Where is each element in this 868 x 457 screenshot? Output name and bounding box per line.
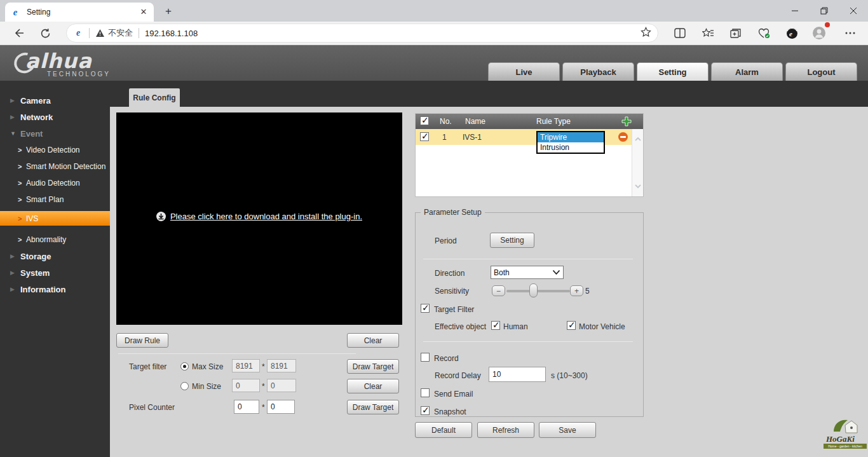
profile-avatar[interactable] xyxy=(810,24,829,43)
pixel-width-input[interactable] xyxy=(234,400,259,414)
motor-vehicle-checkbox[interactable] xyxy=(567,321,576,330)
collapsed-arrow-icon: ▶ xyxy=(10,253,20,259)
sidebar-item-information[interactable]: ▶ Information xyxy=(0,281,110,297)
sidebar-item-camera[interactable]: ▶ Camera xyxy=(0,92,110,109)
minimize-icon[interactable] xyxy=(780,0,810,22)
direction-select[interactable]: Both xyxy=(491,266,564,279)
favorite-star-icon[interactable] xyxy=(641,27,651,39)
chevron-right-icon: > xyxy=(18,146,26,154)
refresh-icon[interactable] xyxy=(36,24,55,43)
sidebar-item-network[interactable]: ▶ Network xyxy=(0,109,110,125)
select-all-checkbox[interactable] xyxy=(420,116,429,125)
browser-tabstrip: e Setting ✕ + xyxy=(0,0,868,22)
dropdown-option-intrusion[interactable]: Intrusion xyxy=(538,142,604,153)
min-height-input[interactable] xyxy=(267,379,296,392)
sidebar-item-ivs[interactable]: > IVS xyxy=(0,211,110,226)
target-filter-checkbox[interactable] xyxy=(421,304,430,313)
record-checkbox[interactable] xyxy=(421,353,430,362)
multiply-separator: * xyxy=(262,362,265,371)
sidebar-item-audio-detection[interactable]: > Audio Detection xyxy=(0,175,110,191)
max-size-radio[interactable] xyxy=(180,362,189,371)
multiply-separator: * xyxy=(262,403,265,412)
browser-essentials-icon[interactable] xyxy=(754,24,773,43)
restore-icon[interactable] xyxy=(810,0,839,22)
snapshot-label: Snapshot xyxy=(434,407,466,416)
max-height-input[interactable] xyxy=(267,359,296,372)
not-secure-label: 不安全 xyxy=(108,27,133,39)
clear-rule-button[interactable]: Clear xyxy=(347,333,399,348)
profile-notification-dot xyxy=(825,22,830,27)
human-checkbox[interactable] xyxy=(491,321,500,330)
favorites-icon[interactable] xyxy=(698,24,717,43)
plugin-download-link[interactable]: Please click here to download and instal… xyxy=(116,212,402,221)
min-size-radio[interactable] xyxy=(180,382,189,390)
multiply-separator: * xyxy=(262,382,265,391)
sidebar-item-system[interactable]: ▶ System xyxy=(0,264,110,281)
sidebar-item-smart-plan[interactable]: > Smart Plan xyxy=(0,191,110,208)
chevron-right-icon: > xyxy=(18,236,26,243)
max-width-input[interactable] xyxy=(232,359,260,372)
pixel-height-input[interactable] xyxy=(267,400,295,414)
period-setting-button[interactable]: Setting xyxy=(490,233,534,248)
rule-row-checkbox[interactable] xyxy=(420,132,429,141)
table-scrollbar[interactable] xyxy=(632,129,643,196)
draw-rule-button[interactable]: Draw Rule xyxy=(116,333,168,348)
nav-alarm-button[interactable]: Alarm xyxy=(711,62,783,81)
sidebar-item-smart-motion-detection[interactable]: > Smart Motion Detection xyxy=(0,158,110,175)
scroll-down-icon[interactable] xyxy=(634,182,642,190)
draw-target-button[interactable]: Draw Target xyxy=(347,359,399,374)
ie-mode-icon[interactable]: e xyxy=(782,24,801,43)
sensitivity-slider-thumb[interactable] xyxy=(529,283,538,297)
snapshot-checkbox[interactable] xyxy=(421,406,430,415)
nav-live-button[interactable]: Live xyxy=(488,62,560,81)
scroll-up-icon[interactable] xyxy=(634,135,642,143)
sensitivity-plus-button[interactable]: + xyxy=(570,285,583,296)
nav-logout-button[interactable]: Logout xyxy=(785,62,857,81)
hogaki-name: HoGaKi xyxy=(826,434,855,444)
draw-pixel-target-button[interactable]: Draw Target xyxy=(347,400,399,414)
address-bar[interactable]: e 不安全 192.168.1.108 xyxy=(66,24,658,43)
split-screen-icon[interactable] xyxy=(670,24,689,43)
col-name: Name xyxy=(465,117,485,126)
max-size-label: Max Size xyxy=(192,362,223,371)
save-button[interactable]: Save xyxy=(539,422,596,438)
clear-target-button[interactable]: Clear xyxy=(347,379,399,393)
ie-favicon-icon: e xyxy=(10,7,20,17)
refresh-button[interactable]: Refresh xyxy=(477,422,534,438)
tab-rule-config[interactable]: Rule Config xyxy=(129,88,180,107)
browser-toolbar: e 不安全 192.168.1.108 e xyxy=(0,22,868,45)
nav-playback-button[interactable]: Playback xyxy=(562,62,634,81)
sensitivity-value: 5 xyxy=(585,287,590,296)
send-email-checkbox[interactable] xyxy=(421,388,430,397)
sidebar-item-event[interactable]: ▼ Event xyxy=(0,125,110,142)
effective-object-label: Effective object xyxy=(435,322,486,331)
group-divider xyxy=(423,259,633,259)
parameter-setup-group: Parameter Setup Period Setting Direction… xyxy=(415,208,644,417)
add-rule-icon[interactable] xyxy=(621,116,632,126)
sidebar-item-storage[interactable]: ▶ Storage xyxy=(0,248,110,264)
collections-icon[interactable] xyxy=(726,24,745,43)
default-button[interactable]: Default xyxy=(415,422,472,438)
delete-rule-icon[interactable] xyxy=(618,132,628,142)
not-secure-warning[interactable]: 不安全 xyxy=(95,27,133,39)
new-tab-button[interactable]: + xyxy=(162,5,175,18)
dropdown-option-tripwire[interactable]: Tripwire xyxy=(538,132,604,142)
window-controls xyxy=(780,0,868,22)
record-delay-label: Record Delay xyxy=(435,371,481,380)
back-icon[interactable] xyxy=(9,24,28,43)
hogaki-logo-icon xyxy=(832,418,858,435)
collapsed-arrow-icon: ▶ xyxy=(10,269,20,276)
min-width-input[interactable] xyxy=(232,379,260,392)
tab-close-icon[interactable]: ✕ xyxy=(139,7,149,17)
close-icon[interactable] xyxy=(839,0,868,22)
sidebar-item-abnormality[interactable]: > Abnormality xyxy=(0,231,110,248)
browser-tab-setting[interactable]: e Setting ✕ xyxy=(5,3,154,22)
nav-setting-button[interactable]: Setting xyxy=(637,62,709,81)
tab-title: Setting xyxy=(27,8,139,17)
sidebar: ▶ Camera ▶ Network ▼ Event > Video Detec… xyxy=(0,81,110,457)
record-delay-input[interactable] xyxy=(489,367,546,382)
sensitivity-minus-button[interactable]: − xyxy=(492,285,505,296)
more-menu-icon[interactable] xyxy=(841,24,860,43)
sidebar-item-video-detection[interactable]: > Video Detection xyxy=(0,142,110,158)
sensitivity-slider-track[interactable] xyxy=(506,290,570,292)
